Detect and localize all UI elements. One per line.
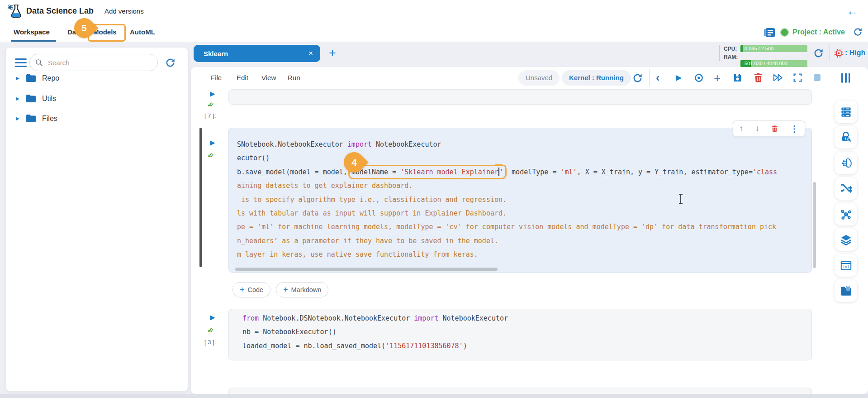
nav-tab-workspace[interactable]: Workspace [14, 22, 50, 42]
nav-tab-automl[interactable]: AutoML [130, 22, 155, 42]
file-explorer-sidebar: ▶ Repo ▶ Utils ▶ Files [5, 47, 188, 392]
search-input[interactable] [47, 58, 139, 67]
folder-row-files[interactable]: ▶ Files [6, 109, 188, 129]
vertical-scrollbar[interactable] [813, 182, 816, 268]
rail-data-tables-button[interactable] [835, 101, 857, 123]
code-line: SNotebook.NotebookExecutor import Notebo… [237, 138, 808, 151]
app-logo-flask-icon [7, 4, 23, 19]
delete-notebook-icon[interactable] [754, 72, 763, 83]
run-cell-gutter-icon[interactable]: ▶ [210, 313, 215, 321]
run-cell-icon[interactable]: ▶ [676, 73, 682, 82]
add-versions-button[interactable]: Add versions [104, 0, 144, 22]
collapse-left-icon[interactable]: ‹ [656, 71, 659, 84]
back-arrow-button[interactable]: ← [847, 0, 859, 22]
code-line: n_headers’ as a parameter if they have t… [237, 234, 808, 248]
move-cell-down-icon[interactable]: ↓ [755, 124, 759, 133]
file-manager-icon [840, 285, 852, 297]
project-refresh-icon[interactable] [853, 27, 863, 37]
notebook-tab-label: Sklearn [204, 50, 228, 58]
hamburger-menu-icon[interactable] [15, 58, 27, 69]
resources-refresh-icon[interactable] [813, 48, 824, 58]
cpu-usage-value: 0.065 / 2.500 [740, 45, 807, 52]
layers-icon [840, 234, 852, 246]
rail-ai-button[interactable] [835, 152, 857, 174]
move-cell-up-icon[interactable]: ↑ [739, 124, 743, 133]
kernel-refresh-icon[interactable] [632, 73, 643, 83]
code-line: nb = NotebookExecutor() [242, 325, 803, 339]
folder-label: Files [42, 109, 57, 129]
sidebar-refresh-icon[interactable] [165, 58, 175, 68]
expand-caret-icon[interactable]: ▶ [16, 109, 19, 129]
cpu-label: CPU: [724, 46, 737, 52]
menu-file[interactable]: File [211, 67, 222, 89]
rail-cluster-button[interactable] [835, 203, 857, 225]
save-notebook-icon[interactable] [733, 73, 742, 82]
folder-label: Repo [42, 68, 59, 88]
expand-caret-icon[interactable]: ▶ [16, 68, 19, 88]
code-line: from Notebook.DSNotebook.NotebookExecuto… [242, 312, 803, 325]
layout-columns-icon[interactable] [840, 73, 851, 85]
primary-nav: Workspace Data Models AutoML Project : A… [0, 22, 868, 42]
folder-icon [26, 74, 36, 82]
folder-label: Utils [42, 89, 56, 109]
stop-icon[interactable] [814, 74, 821, 81]
code-line: aining datasets to get explainer dashboa… [237, 179, 808, 192]
data-tables-icon [840, 106, 852, 118]
add-markdown-button[interactable]: + Markdown [276, 282, 328, 297]
ram-label: RAM: [724, 54, 738, 60]
project-status-label: Project : Active [792, 22, 845, 42]
code-line: ecutor() [237, 151, 808, 165]
ai-brain-icon [840, 157, 852, 169]
exec-success-icon: ✓✓ [207, 326, 214, 334]
resources-divider [719, 45, 720, 61]
fullscreen-icon[interactable] [793, 73, 802, 82]
exec-success-icon: ✓✓ [207, 151, 214, 159]
expand-caret-icon[interactable]: ▶ [16, 89, 19, 109]
menu-run[interactable]: Run [288, 67, 300, 89]
page-bottom-strip [0, 394, 868, 398]
app-root: Data Science Lab Add versions ← Workspac… [0, 0, 868, 398]
execution-count-label: [ 7 ]: [204, 112, 216, 119]
toolbar-divider [650, 69, 650, 86]
run-all-fast-forward-icon[interactable] [773, 72, 784, 83]
plus-icon: + [283, 285, 288, 295]
menu-view[interactable]: View [261, 67, 276, 89]
folder-row-repo[interactable]: ▶ Repo [6, 68, 188, 88]
app-header: Data Science Lab Add versions ← [0, 0, 868, 22]
interrupt-kernel-icon[interactable] [694, 73, 704, 83]
code-editor-bottom[interactable]: from Notebook.DSNotebook.NotebookExecuto… [242, 311, 803, 359]
add-cell-icon[interactable]: + [714, 71, 721, 85]
horizontal-scrollbar[interactable] [235, 268, 498, 271]
more-options-kebab-icon[interactable]: ⋮ [790, 124, 799, 134]
code-editor[interactable]: SNotebook.NotebookExecutor import Notebo… [237, 128, 808, 275]
cell-previous-clipped[interactable] [228, 89, 812, 105]
annotation-step-4-target-box: modelName = 'Sklearn_model_Explainer' [351, 168, 503, 176]
rail-shuffle-button[interactable] [835, 177, 857, 200]
menu-edit[interactable]: Edit [237, 67, 248, 89]
tab-close-icon[interactable]: × [308, 49, 313, 58]
run-cell-gutter-icon[interactable]: ▶ [210, 90, 215, 98]
svg-text:(∞): (∞) [842, 264, 849, 269]
delete-cell-icon[interactable] [771, 125, 778, 133]
folder-row-utils[interactable]: ▶ Utils [6, 89, 188, 109]
kernel-status-badge: Kernel : Running [562, 70, 631, 86]
project-notes-icon[interactable] [764, 28, 775, 37]
priority-chip-icon [834, 48, 844, 58]
ram-usage-value: 501.030 / 4048.000 [740, 60, 807, 67]
rail-security-button[interactable] [835, 126, 857, 149]
rail-regex-button[interactable]: (∞) [835, 254, 857, 277]
active-tab-underline [11, 40, 56, 42]
unsaved-badge: Unsaved [518, 70, 560, 86]
search-icon [35, 59, 43, 67]
folder-icon [26, 114, 36, 123]
notebook-tab-sklearn[interactable]: Sklearn × [194, 45, 320, 62]
header-divider [98, 6, 98, 16]
notebook-menubar: File Edit View Run Unsaved Kernel : Runn… [191, 67, 868, 89]
new-tab-plus-icon[interactable]: + [329, 47, 336, 59]
code-line: ls with tabular data as input will suppo… [237, 206, 808, 220]
add-code-button[interactable]: + Code [232, 282, 270, 297]
rail-layers-button[interactable] [835, 228, 857, 251]
regex-window-icon: (∞) [840, 259, 852, 272]
run-cell-gutter-icon[interactable]: ▶ [210, 139, 215, 147]
rail-file-manager-button[interactable] [835, 279, 857, 302]
